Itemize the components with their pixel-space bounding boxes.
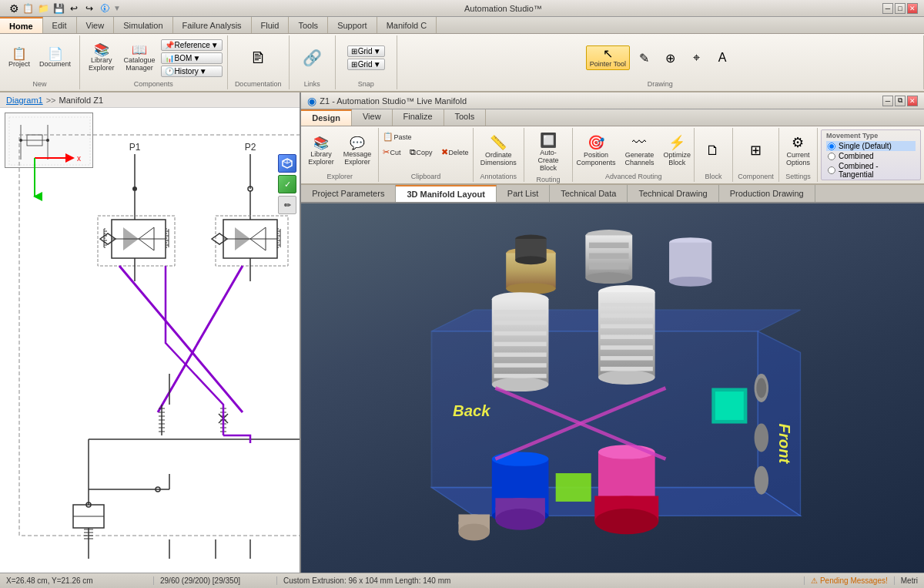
optimize-block-btn[interactable]: ⚡ OptimizeBlock xyxy=(660,132,695,169)
close-btn[interactable]: ✕ xyxy=(907,3,918,14)
library-icon: 📚 xyxy=(94,44,109,56)
catalogue-icon: 📖 xyxy=(132,44,147,56)
tab-failure[interactable]: Failure Analysis xyxy=(173,17,252,33)
copy-icon: ⧉ xyxy=(410,147,416,157)
document-btn[interactable]: 📄 Document xyxy=(35,45,75,70)
delete-icon: ✖ xyxy=(441,147,448,157)
help-btn[interactable]: 🛈 xyxy=(98,2,112,15)
redo-btn[interactable]: ↪ xyxy=(82,2,96,15)
current-options-btn[interactable]: ⚙ CurrentOptions xyxy=(782,132,814,169)
position-components-btn[interactable]: 🎯 PositionComponents xyxy=(572,132,619,169)
right-tab-view[interactable]: View xyxy=(352,109,393,126)
tab-fluid[interactable]: Fluid xyxy=(252,17,290,33)
minimize-btn[interactable]: ─ xyxy=(882,3,893,14)
tab-support[interactable]: Support xyxy=(328,17,377,33)
history-btn[interactable]: 🕐 History ▼ xyxy=(161,66,223,77)
maximize-btn[interactable]: □ xyxy=(895,3,906,14)
settings-buttons: ⚙ CurrentOptions xyxy=(782,129,814,171)
bom-btn[interactable]: 📊 BOM ▼ xyxy=(161,52,223,64)
svg-point-124 xyxy=(496,509,545,530)
block-btn[interactable]: 🗋 xyxy=(701,140,725,161)
generate-channels-btn[interactable]: 〰 GenerateChannels xyxy=(621,133,658,169)
tab-technical-data[interactable]: Technical Data xyxy=(550,185,628,202)
new-group-label: New xyxy=(33,80,47,88)
undo-btn[interactable]: ↩ xyxy=(67,2,81,15)
catalogue-btn[interactable]: 📖 CatalogueManager xyxy=(120,42,159,74)
schematic-svg: x P1 P2 xyxy=(12,112,300,559)
grid-btn1[interactable]: ⊞ Grid ▼ xyxy=(347,45,385,57)
doc-group-label: Documentation xyxy=(235,80,282,88)
tab-project-params[interactable]: Project Parameters xyxy=(301,185,396,202)
draw-btn3[interactable]: ⊕ xyxy=(658,49,682,68)
right-library-btn[interactable]: 📚 LibraryExplorer xyxy=(304,133,338,168)
open-btn[interactable]: 📁 xyxy=(36,2,50,15)
tab-technical-drawing[interactable]: Technical Drawing xyxy=(628,185,718,202)
draw-btn2[interactable]: ✎ xyxy=(631,49,656,68)
tab-home[interactable]: Home xyxy=(0,17,43,33)
status-messages: ⚠ Pending Messages! xyxy=(805,576,895,585)
ordinate-btn[interactable]: 📏 OrdinateDimensions xyxy=(477,132,521,169)
save-btn[interactable]: 💾 xyxy=(52,2,65,15)
right-message-btn[interactable]: 💬 MessageExplorer xyxy=(340,133,376,168)
window-controls: ─ □ ✕ xyxy=(882,3,918,14)
viewport-3d[interactable]: Back Front xyxy=(301,203,924,573)
library-explorer-btn[interactable]: 📚 LibraryExplorer xyxy=(85,42,119,74)
explorer-buttons: 📚 LibraryExplorer 💬 MessageExplorer xyxy=(304,129,375,171)
right-restore-btn[interactable]: ⧉ xyxy=(895,96,906,106)
movement-single[interactable]: Single (Default) xyxy=(826,141,916,151)
movement-combined[interactable]: Combined xyxy=(826,151,916,161)
tab-part-list[interactable]: Part List xyxy=(497,185,550,202)
project-btn[interactable]: 📋 Project xyxy=(5,45,34,70)
tab-manifold[interactable]: Manifold C xyxy=(377,17,437,33)
svg-rect-95 xyxy=(494,352,547,357)
tab-simulation[interactable]: Simulation xyxy=(114,17,172,33)
svg-line-35 xyxy=(119,266,243,412)
pencil-btn[interactable]: ✏ xyxy=(278,196,296,214)
cut-btn[interactable]: ✂ Cut xyxy=(379,145,404,160)
svg-point-15 xyxy=(132,186,137,191)
tab-3d-layout[interactable]: 3D Manifold Layout xyxy=(396,185,496,202)
breadcrumb-diagram[interactable]: Diagram1 xyxy=(6,96,43,105)
snap-buttons: ⊞ Grid ▼ ⊞ Grid ▼ xyxy=(347,37,385,79)
tab-edit[interactable]: Edit xyxy=(43,17,77,33)
right-close-btn[interactable]: ✕ xyxy=(907,96,918,106)
component-btn[interactable]: ⊞ xyxy=(743,139,768,161)
right-tab-design[interactable]: Design xyxy=(301,109,352,126)
auto-create-btn[interactable]: 🔲 Auto-CreateBlock xyxy=(527,129,570,174)
tab-tools[interactable]: Tools xyxy=(289,17,328,33)
project-label: Project xyxy=(8,60,30,68)
doc-btn1[interactable]: 🖹 xyxy=(246,47,270,69)
draw-icon5: A xyxy=(718,51,727,65)
document-icon: 📄 xyxy=(48,48,63,60)
svg-point-81 xyxy=(586,272,633,284)
tab-view[interactable]: View xyxy=(77,17,115,33)
draw-btn5[interactable]: A xyxy=(710,49,735,67)
paste-btn[interactable]: 📋 Paste xyxy=(379,129,433,144)
tab-production-drawing[interactable]: Production Drawing xyxy=(719,185,815,202)
draw-btn4[interactable]: ⌖ xyxy=(684,49,708,67)
movement-tangential[interactable]: Combined - Tangential xyxy=(826,161,916,180)
grid-label2: Grid xyxy=(358,60,373,69)
right-minimize-btn[interactable]: ─ xyxy=(882,96,893,106)
right-message-icon: 💬 xyxy=(350,136,365,150)
optimize-icon: ⚡ xyxy=(668,134,685,151)
right-tab-tools[interactable]: Tools xyxy=(444,109,487,126)
block-icon: 🗋 xyxy=(706,143,720,159)
reference-btn[interactable]: 📌 Reference ▼ xyxy=(161,39,223,51)
check-btn[interactable]: ✓ xyxy=(278,175,296,193)
right-tab-finalize[interactable]: Finalize xyxy=(393,109,444,126)
svg-rect-108 xyxy=(601,345,653,350)
new-btn[interactable]: 📋 xyxy=(21,2,35,15)
right-title-bar: ◉ Z1 - Automation Studio™ Live Manifold … xyxy=(301,92,924,109)
grid-btn2[interactable]: ⊞ Grid ▼ xyxy=(347,59,385,70)
history-icon: 🕐 xyxy=(165,67,174,76)
copy-btn[interactable]: ⧉ Copy xyxy=(406,145,436,160)
link-btn1[interactable]: 🔗 xyxy=(299,46,326,69)
right-group-clipboard: 📋 Paste ✂ Cut ⧉ Copy xyxy=(379,128,473,182)
delete-btn[interactable]: ✖ Delete xyxy=(437,145,472,160)
ribbon-group-drawing: ↖ Pointer Tool ✎ ⊕ ⌖ A Drawing xyxy=(397,35,924,89)
status-coordinates: X=26.48 cm, Y=21.26 cm xyxy=(0,576,154,585)
3d-cube-btn[interactable] xyxy=(278,154,296,173)
ribbon-group-snap: ⊞ Grid ▼ ⊞ Grid ▼ Snap xyxy=(336,35,397,89)
pointer-tool-btn[interactable]: ↖ Pointer Tool xyxy=(586,45,630,70)
